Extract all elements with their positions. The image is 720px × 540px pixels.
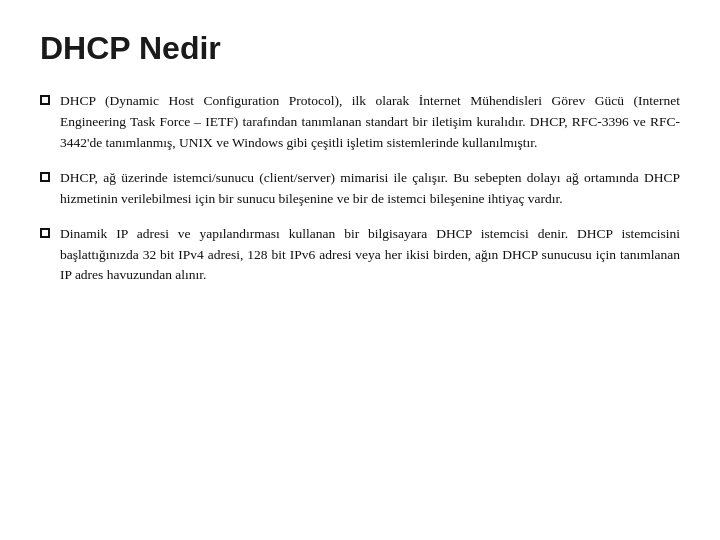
bullet-icon: [40, 228, 50, 238]
bullet-text-3: Dinamik IP adresi ve yapılandırması kull…: [60, 224, 680, 287]
list-item: Dinamik IP adresi ve yapılandırması kull…: [40, 224, 680, 287]
bullet-icon: [40, 172, 50, 182]
list-item: DHCP, ağ üzerinde istemci/sunucu (client…: [40, 168, 680, 210]
bullet-text-2: DHCP, ağ üzerinde istemci/sunucu (client…: [60, 168, 680, 210]
page-title: DHCP Nedir: [40, 30, 680, 67]
bullet-icon: [40, 95, 50, 105]
page-container: DHCP Nedir DHCP (Dynamic Host Configurat…: [0, 0, 720, 540]
bullet-text-1: DHCP (Dynamic Host Configuration Protoco…: [60, 91, 680, 154]
list-item: DHCP (Dynamic Host Configuration Protoco…: [40, 91, 680, 154]
bullet-list: DHCP (Dynamic Host Configuration Protoco…: [40, 91, 680, 286]
